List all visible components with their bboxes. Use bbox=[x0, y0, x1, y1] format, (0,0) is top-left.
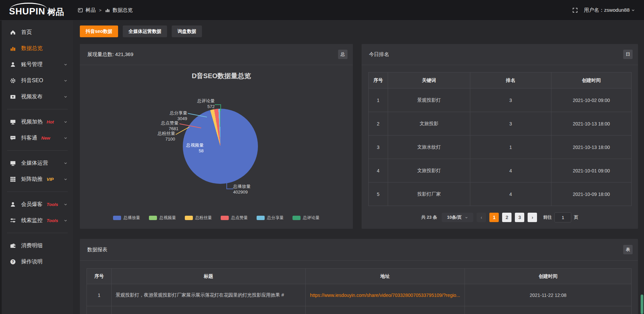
legend-item-总播放量[interactable]: 总播放量 bbox=[113, 215, 140, 221]
sidebar-item-会员爆客[interactable]: 会员爆客Tools bbox=[2, 196, 73, 212]
page-size-select[interactable]: 10条/页 bbox=[442, 213, 473, 222]
table-cell: 2021-10-01 09:00 bbox=[551, 159, 632, 182]
legend-swatch bbox=[221, 216, 229, 220]
pie-label-shares: 总分享量 3049 bbox=[170, 110, 187, 121]
pagination: 共 23 条 10条/页 ‹ 123 › 前往 页 bbox=[362, 212, 638, 222]
legend-item-总视频量[interactable]: 总视频量 bbox=[149, 215, 176, 221]
table-cell: 景观投影灯，夜游景观投影灯厂家展示展示落花灯在花园里的灯光投影应用效果 # bbox=[112, 284, 306, 306]
table-cell: 4 bbox=[369, 159, 388, 182]
report-table: 序号标题地址创建时间1景观投影灯，夜游景观投影灯厂家展示展示落花灯在花园里的灯光… bbox=[87, 268, 632, 314]
legend-item-总点赞量[interactable]: 总点赞量 bbox=[221, 215, 248, 221]
page-button-2[interactable]: 2 bbox=[502, 213, 512, 222]
home-icon bbox=[10, 29, 16, 36]
pie-chart-title: D音SEO数据量总览 bbox=[90, 71, 353, 81]
sidebar-item-矩阵助推[interactable]: 矩阵助推VIP bbox=[2, 171, 73, 187]
monitor-icon bbox=[10, 160, 16, 166]
sidebar-item-视频加热[interactable]: 视频加热Hot bbox=[2, 114, 73, 130]
video-link[interactable]: https://www.iesdouyin.com/share/video/70… bbox=[306, 284, 465, 306]
page-button-3[interactable]: 3 bbox=[515, 213, 524, 222]
next-page-button[interactable]: › bbox=[528, 213, 537, 222]
table-cell bbox=[87, 306, 112, 314]
sidebar-item-账号管理[interactable]: 账号管理 bbox=[2, 56, 73, 72]
tab-询盘数据[interactable]: 询盘数据 bbox=[172, 25, 202, 37]
legend-item-总评论量[interactable]: 总评论量 bbox=[292, 215, 320, 221]
svg-text:?: ? bbox=[12, 260, 14, 264]
legend-swatch bbox=[292, 216, 301, 220]
logo-text-cn: 树品 bbox=[47, 8, 64, 20]
sidebar: 首页数据总览账号管理抖音SEO视频发布视频加热Hot抖客通New全媒体运营矩阵助… bbox=[0, 20, 73, 314]
page-button-1[interactable]: 1 bbox=[489, 213, 499, 222]
table-cell: 4 bbox=[470, 182, 551, 206]
grid-icon bbox=[10, 176, 16, 182]
sidebar-item-label: 全媒体运营 bbox=[21, 160, 48, 167]
legend-label: 总播放量 bbox=[123, 215, 140, 221]
table-view-button[interactable]: 表 bbox=[623, 245, 633, 254]
sidebar-item-抖音SEO[interactable]: 抖音SEO bbox=[2, 72, 73, 89]
sidebar-item-label: 线索监控 bbox=[21, 217, 43, 224]
tab-全媒体运营数据[interactable]: 全媒体运营数据 bbox=[123, 25, 167, 37]
table-cell: 景观投影灯 bbox=[388, 89, 470, 112]
user-menu[interactable]: 用户名：zswodun88 bbox=[584, 7, 635, 13]
breadcrumb-separator: > bbox=[99, 8, 102, 13]
badge-vip: VIP bbox=[47, 177, 54, 182]
breadcrumb: 树品 > 数据总览 bbox=[78, 7, 133, 13]
table-cell bbox=[112, 306, 306, 314]
legend-label: 总点赞量 bbox=[231, 215, 248, 221]
sidebar-item-数据总览[interactable]: 数据总览 bbox=[2, 40, 73, 56]
chevron-down-icon bbox=[63, 202, 68, 207]
username: 用户名：zswodun88 bbox=[584, 7, 630, 13]
table-cell: 文旅投影 bbox=[388, 112, 470, 136]
legend-item-总粉丝量[interactable]: 总粉丝量 bbox=[185, 215, 212, 221]
leader-line bbox=[226, 189, 233, 189]
impressions-total: 展现量总数: 421,369 bbox=[87, 51, 133, 58]
table-row: 1景观投影灯32021-10-02 09:00 bbox=[369, 89, 632, 112]
sidebar-item-label: 首页 bbox=[21, 29, 32, 36]
sidebar-item-label: 抖客通 bbox=[21, 135, 37, 142]
legend-swatch bbox=[149, 216, 157, 220]
sidebar-item-label: 消费明细 bbox=[21, 242, 43, 249]
legend-item-总分享量[interactable]: 总分享量 bbox=[257, 215, 284, 221]
sidebar-item-全媒体运营[interactable]: 全媒体运营 bbox=[2, 155, 73, 171]
chevron-down-icon bbox=[63, 218, 68, 223]
sidebar-item-视频发布[interactable]: 视频发布 bbox=[2, 89, 73, 105]
user-star-icon bbox=[10, 201, 16, 208]
site-icon bbox=[78, 8, 83, 13]
tab-抖音seo数据[interactable]: 抖音seo数据 bbox=[80, 25, 118, 37]
daily-view-button[interactable]: 日 bbox=[623, 50, 633, 59]
prev-page-button[interactable]: ‹ bbox=[477, 213, 486, 222]
report-panel: 数据报表 表 序号标题地址创建时间1景观投影灯，夜游景观投影灯厂家展示展示落花灯… bbox=[80, 239, 638, 314]
column-header: 创建时间 bbox=[465, 269, 632, 284]
breadcrumb-item-home[interactable]: 树品 bbox=[86, 7, 96, 13]
pie-legend: 总播放量总视频量总粉丝量总点赞量总分享量总评论量 bbox=[80, 215, 353, 221]
chevron-down-icon bbox=[63, 78, 68, 83]
chevron-down-icon bbox=[63, 136, 68, 140]
main-content: 抖音seo数据全媒体运营数据询盘数据 展现量总数: 421,369 总 D音SE… bbox=[73, 20, 644, 314]
chevron-down-icon bbox=[63, 177, 68, 181]
table-row: 2文旅投影32021-10-13 18:00 bbox=[369, 112, 632, 136]
pie-label-comments: 总评论量 572 bbox=[197, 98, 215, 109]
total-view-button[interactable]: 总 bbox=[338, 50, 347, 59]
table-row-partial bbox=[87, 306, 632, 314]
column-header: 创建时间 bbox=[551, 72, 632, 89]
legend-label: 总分享量 bbox=[267, 215, 284, 221]
sidebar-item-label: 操作说明 bbox=[21, 258, 43, 265]
badge-tools: Tools bbox=[47, 218, 58, 223]
report-panel-title: 数据报表 bbox=[87, 247, 107, 253]
fullscreen-icon[interactable] bbox=[572, 7, 578, 13]
bar-chart-icon bbox=[105, 8, 110, 13]
impressions-panel-header: 展现量总数: 421,369 总 bbox=[80, 44, 353, 65]
table-cell: 4 bbox=[470, 159, 551, 182]
sidebar-item-操作说明[interactable]: ?操作说明 bbox=[2, 254, 73, 270]
sidebar-item-线索监控[interactable]: 线索监控Tools bbox=[2, 212, 73, 228]
sidebar-item-label: 账号管理 bbox=[21, 61, 43, 68]
question-icon: ? bbox=[10, 259, 16, 265]
table-cell: 3 bbox=[470, 89, 551, 112]
goto-page-input[interactable] bbox=[554, 212, 571, 222]
column-header: 序号 bbox=[87, 269, 112, 284]
legend-swatch bbox=[257, 216, 265, 220]
column-header: 标题 bbox=[112, 269, 306, 284]
sidebar-item-首页[interactable]: 首页 bbox=[2, 24, 73, 40]
scrollbar-thumb[interactable] bbox=[641, 295, 643, 314]
sidebar-item-消费明细[interactable]: 消费明细 bbox=[2, 238, 73, 254]
sidebar-item-抖客通[interactable]: 抖客通New bbox=[2, 130, 73, 146]
